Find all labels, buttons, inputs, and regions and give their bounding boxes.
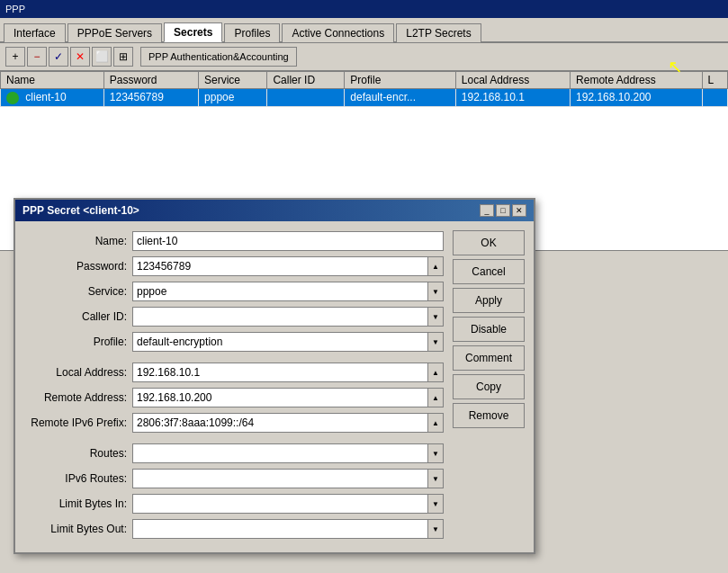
cell-profile: default-encr...	[345, 89, 455, 107]
col-profile[interactable]: Profile	[345, 72, 455, 89]
routes-row: Routes: ▼	[24, 443, 444, 464]
auth-accounting-button[interactable]: PPP Authentication&Accounting	[140, 47, 297, 67]
ipv6-routes-row: IPv6 Routes: ▼	[24, 468, 444, 489]
remote-ipv6-toggle-btn[interactable]: ▲	[427, 413, 444, 433]
tab-profiles[interactable]: Profiles	[224, 23, 280, 42]
cell-password: 123456789	[103, 89, 198, 107]
dialog-maximize-button[interactable]: □	[496, 204, 510, 217]
apply-button[interactable]: Apply	[453, 288, 525, 313]
toolbar: + − ✓ ✕ ⬜ ⊞ PPP Authentication&Accountin…	[0, 43, 728, 71]
service-dropdown-btn[interactable]: ▼	[427, 282, 444, 301]
dialog-body: Name: Password: ▲ Service: ▼	[15, 221, 534, 552]
col-service[interactable]: Service	[199, 72, 267, 89]
caller-id-dropdown-btn[interactable]: ▼	[427, 307, 444, 327]
tab-l2tp-secrets[interactable]: L2TP Secrets	[396, 23, 481, 42]
cell-caller-id	[267, 89, 345, 107]
remote-address-input[interactable]	[132, 388, 427, 407]
remote-address-label: Remote Address:	[24, 391, 132, 404]
service-label: Service:	[24, 285, 132, 298]
password-row: Password: ▲	[24, 255, 444, 277]
dialog-title-text: PPP Secret <client-10>	[22, 204, 139, 217]
profile-input[interactable]	[132, 332, 427, 352]
limit-bytes-in-label: Limit Bytes In:	[24, 497, 132, 510]
tab-interface[interactable]: Interface	[4, 23, 66, 42]
caller-id-input[interactable]	[132, 307, 427, 327]
tab-bar: Interface PPPoE Servers Secrets Profiles…	[0, 18, 728, 43]
col-local-address[interactable]: Local Address	[455, 72, 570, 89]
profile-dropdown-btn[interactable]: ▼	[427, 332, 444, 352]
ok-button[interactable]: OK	[453, 230, 525, 255]
routes-field-group: ▼	[132, 443, 444, 463]
password-toggle-btn[interactable]: ▲	[427, 256, 444, 276]
caller-id-row: Caller ID: ▼	[24, 306, 444, 327]
title-bar: PPP	[0, 0, 728, 18]
secrets-table: Name Password Service Caller ID Profile …	[0, 71, 728, 107]
local-address-row: Local Address: ▲	[24, 362, 444, 383]
table-row[interactable]: client-10 123456789 pppoe default-encr..…	[1, 89, 728, 107]
limit-bytes-out-field-group: ▼	[132, 519, 444, 539]
dialog-minimize-button[interactable]: _	[480, 204, 494, 217]
comment-button[interactable]: Comment	[453, 345, 525, 371]
remove-button[interactable]: Remove	[453, 403, 525, 428]
cell-l	[702, 89, 727, 107]
caller-id-field-group: ▼	[132, 307, 444, 327]
local-address-label: Local Address:	[24, 366, 132, 379]
copy-button[interactable]: Copy	[453, 374, 525, 399]
col-remote-address[interactable]: Remote Address	[571, 72, 703, 89]
add-button[interactable]: +	[5, 47, 25, 67]
limit-bytes-in-input[interactable]	[132, 494, 427, 514]
service-row: Service: ▼	[24, 281, 444, 302]
copy-item-button[interactable]: ⬜	[92, 47, 112, 67]
routes-label: Routes:	[24, 447, 132, 460]
tab-secrets[interactable]: Secrets	[164, 22, 222, 42]
edit-button[interactable]: ✓	[49, 47, 68, 67]
cell-service: pppoe	[199, 89, 267, 107]
local-address-toggle-btn[interactable]: ▲	[427, 363, 444, 382]
local-address-field-group: ▲	[132, 363, 444, 382]
name-label: Name:	[24, 235, 132, 247]
app-title: PPP	[5, 4, 25, 14]
routes-input[interactable]	[132, 443, 427, 463]
delete-button[interactable]: ✕	[70, 47, 90, 67]
remote-ipv6-row: Remote IPv6 Prefix: ▲	[24, 412, 444, 434]
dialog-title-bar: PPP Secret <client-10> _ □ ✕	[15, 200, 534, 221]
dialog-title-buttons: _ □ ✕	[480, 204, 526, 217]
col-name[interactable]: Name	[1, 72, 104, 89]
password-input[interactable]	[132, 256, 427, 276]
remote-address-field-group: ▲	[132, 388, 444, 407]
local-address-input[interactable]	[132, 363, 427, 382]
ipv6-routes-field-group: ▼	[132, 469, 444, 488]
ipv6-routes-dropdown-btn[interactable]: ▼	[427, 469, 444, 488]
dialog-close-button[interactable]: ✕	[512, 204, 526, 217]
service-input[interactable]	[132, 282, 427, 301]
password-field-group: ▲	[132, 256, 444, 276]
cell-remote-address: 192.168.10.200	[571, 89, 703, 107]
remote-address-toggle-btn[interactable]: ▲	[427, 388, 444, 407]
ppp-secret-dialog: PPP Secret <client-10> _ □ ✕ Name: Passw…	[13, 198, 535, 554]
profile-row: Profile: ▼	[24, 331, 444, 353]
limit-bytes-out-row: Limit Bytes Out: ▼	[24, 518, 444, 540]
tab-active-connections[interactable]: Active Connections	[282, 23, 394, 42]
name-input[interactable]	[132, 231, 444, 251]
col-l[interactable]: L	[702, 72, 727, 89]
limit-bytes-out-input[interactable]	[132, 519, 427, 539]
limit-bytes-in-field-group: ▼	[132, 494, 444, 514]
profile-field-group: ▼	[132, 332, 444, 352]
ipv6-routes-input[interactable]	[132, 469, 427, 488]
tab-pppoe-servers[interactable]: PPPoE Servers	[67, 23, 162, 42]
col-caller-id[interactable]: Caller ID	[267, 72, 345, 89]
remote-ipv6-input[interactable]	[132, 413, 427, 433]
cancel-button[interactable]: Cancel	[453, 259, 525, 284]
col-password[interactable]: Password	[103, 72, 198, 89]
filter-button[interactable]: ⊞	[113, 47, 133, 67]
limit-bytes-out-dropdown-btn[interactable]: ▼	[427, 519, 444, 539]
routes-dropdown-btn[interactable]: ▼	[427, 443, 444, 463]
service-field-group: ▼	[132, 282, 444, 301]
cell-name: client-10	[1, 89, 104, 107]
remove-button[interactable]: −	[27, 47, 47, 67]
limit-bytes-out-label: Limit Bytes Out:	[24, 523, 132, 535]
limit-bytes-in-row: Limit Bytes In: ▼	[24, 493, 444, 515]
status-icon	[6, 92, 19, 104]
disable-button[interactable]: Disable	[453, 317, 525, 342]
limit-bytes-in-dropdown-btn[interactable]: ▼	[427, 494, 444, 514]
